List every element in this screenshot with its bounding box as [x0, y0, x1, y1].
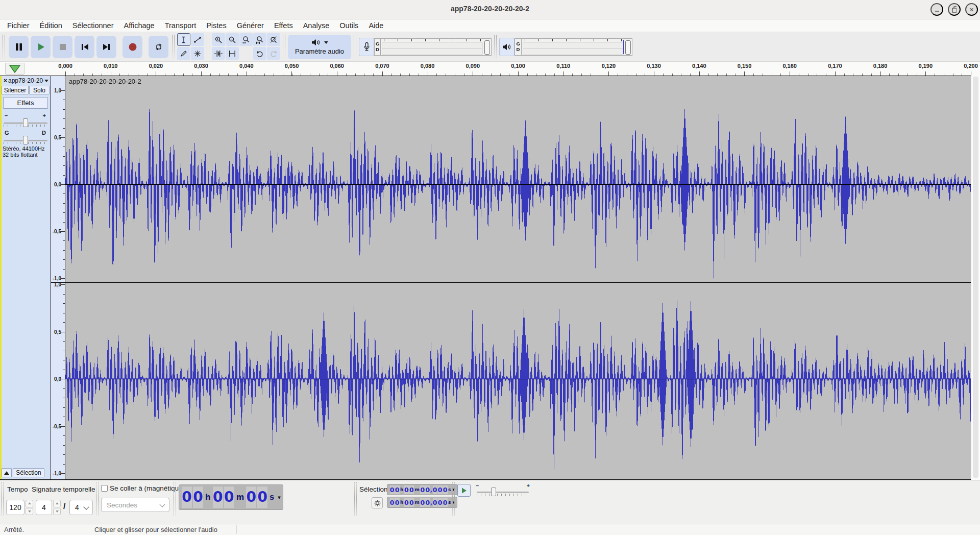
- gain-slider-thumb[interactable]: [23, 118, 28, 127]
- play-speed-slider[interactable]: – +: [475, 482, 531, 499]
- record-meter-button[interactable]: [359, 38, 374, 56]
- loop-button[interactable]: [149, 36, 168, 58]
- play-speed-thumb[interactable]: [491, 488, 496, 496]
- selection-settings-button[interactable]: [372, 497, 383, 508]
- zoom-fit-icon: [256, 36, 264, 44]
- timesig-lower-select[interactable]: 4: [69, 500, 93, 515]
- tempo-spinner[interactable]: [26, 500, 33, 515]
- trim-audio-button[interactable]: [212, 47, 225, 60]
- menu-selectionner[interactable]: Sélectionner: [67, 21, 119, 30]
- record-button[interactable]: [122, 36, 142, 58]
- channel-split-line: [51, 282, 971, 283]
- zoom-out-button[interactable]: [226, 33, 239, 46]
- menu-outils[interactable]: Outils: [334, 21, 363, 30]
- timesig-upper-spinner[interactable]: [53, 500, 61, 515]
- toolbar-grip[interactable]: [3, 35, 5, 59]
- scale-tick: [63, 464, 65, 465]
- dropdown-arrow-icon[interactable]: ▾: [278, 494, 281, 501]
- audio-setup-button[interactable]: Paramètre audio: [288, 35, 351, 59]
- stop-button[interactable]: [53, 36, 72, 58]
- snap-mode-select[interactable]: Secondes: [101, 498, 169, 512]
- toolbar-grip[interactable]: [1, 482, 4, 516]
- audio-setup-label: Paramètre audio: [295, 47, 344, 55]
- menu-aide[interactable]: Aide: [363, 21, 388, 30]
- skip-to-start-button[interactable]: [75, 36, 94, 58]
- loop-region-button[interactable]: [5, 63, 24, 75]
- restore-button[interactable]: [948, 3, 961, 16]
- solo-button[interactable]: Solo: [29, 86, 50, 94]
- undo-button[interactable]: [253, 47, 266, 60]
- play-meter-button[interactable]: [499, 38, 514, 56]
- timeline-label: 0,050: [285, 63, 299, 69]
- silence-audio-button[interactable]: [226, 47, 239, 60]
- play-meter-body[interactable]: -48 -24: [521, 38, 632, 56]
- skip-to-end-button[interactable]: [96, 36, 116, 58]
- scale-tick: [63, 398, 65, 398]
- vertical-scale-ruler[interactable]: -1,0-0,50,00,51,0-1,0-0,50,00,51,0: [51, 76, 65, 480]
- waveform-channel-right[interactable]: [65, 283, 971, 480]
- mute-button[interactable]: Silencer: [2, 86, 29, 94]
- toolbar-grip[interactable]: [452, 482, 455, 516]
- menu-analyse[interactable]: Analyse: [298, 21, 335, 30]
- waveform-area: app78-20-20-20-20-20-2: [65, 76, 971, 480]
- zoom-in-button[interactable]: [212, 33, 225, 46]
- menu-affichage[interactable]: Affichage: [118, 21, 159, 30]
- track-menu-arrow-icon[interactable]: [44, 80, 48, 82]
- vertical-scrollbar-thumb[interactable]: [973, 77, 978, 478]
- time-digit: 0: [193, 487, 203, 508]
- scale-tick: [63, 175, 65, 176]
- collapse-button[interactable]: [2, 468, 12, 477]
- record-meter-body[interactable]: -48 -24: [380, 38, 492, 56]
- vertical-scale-label: 1,0: [54, 88, 61, 93]
- zoom-fit-button[interactable]: [253, 33, 266, 46]
- redo-button[interactable]: [267, 47, 280, 60]
- play-at-speed-button[interactable]: [457, 484, 471, 497]
- snap-checkbox[interactable]: [101, 485, 108, 492]
- pause-button[interactable]: [9, 36, 29, 58]
- toolbar-grip[interactable]: [96, 482, 99, 516]
- track-select-button[interactable]: Sélection: [13, 468, 44, 477]
- selection-start-field[interactable]: 00h00m00,000s▾: [387, 484, 457, 495]
- toolbar-grip[interactable]: [172, 35, 175, 59]
- pan-slider-thumb[interactable]: [23, 136, 28, 144]
- toolbar-grip[interactable]: [494, 35, 497, 59]
- toolbar-grip[interactable]: [354, 35, 356, 59]
- tempo-input[interactable]: 120: [6, 500, 24, 515]
- draw-tool-button[interactable]: [177, 47, 190, 60]
- toolbar-grip[interactable]: [207, 35, 209, 59]
- waveform-channel-left[interactable]: [65, 76, 971, 282]
- menu-fichier[interactable]: Fichier: [2, 21, 35, 30]
- selection-end-field[interactable]: 00h00m00,000s▾: [387, 497, 457, 508]
- track-control-panel[interactable]: × app78-20-20-20 Silencer Solo Effets – …: [0, 76, 51, 480]
- time-digit: 0: [390, 485, 395, 494]
- menu-effets[interactable]: Effets: [269, 21, 298, 30]
- recording-meter[interactable]: G D -48 -24: [359, 37, 492, 57]
- scale-tick: [63, 445, 65, 446]
- menu-edition[interactable]: Édition: [35, 21, 67, 30]
- record-meter-slider-thumb[interactable]: [484, 40, 490, 55]
- play-meter-slider-thumb[interactable]: [625, 40, 631, 55]
- timeline-ruler[interactable]: 0,0000,0100,0200,0300,0400,0500,0600,070…: [0, 62, 980, 76]
- menu-pistes[interactable]: Pistes: [201, 21, 232, 30]
- vertical-scrollbar[interactable]: [971, 76, 980, 480]
- playback-meter[interactable]: G D -48 -24: [499, 37, 632, 57]
- audio-position-display[interactable]: 00h00m00s▾: [179, 484, 283, 510]
- menu-generer[interactable]: Générer: [232, 21, 269, 30]
- timesig-upper-input[interactable]: 4: [36, 500, 52, 515]
- menu-transport[interactable]: Transport: [160, 21, 202, 30]
- time-digit: 0: [390, 498, 395, 507]
- close-button[interactable]: ×: [965, 3, 978, 16]
- selection-tool-button[interactable]: [177, 33, 190, 46]
- envelope-tool-button[interactable]: [191, 33, 204, 46]
- zoom-selection-button[interactable]: [239, 33, 253, 46]
- track-name[interactable]: app78-20-20-20: [8, 77, 44, 84]
- multi-tool-button[interactable]: [191, 47, 204, 60]
- pan-right-label: D: [42, 130, 46, 136]
- toolbar-grip[interactable]: [283, 35, 285, 59]
- effects-button[interactable]: Effets: [3, 97, 48, 109]
- toolbar-grip[interactable]: [354, 482, 357, 516]
- zoom-toggle-button[interactable]: [267, 33, 280, 46]
- minimize-button[interactable]: [930, 3, 943, 16]
- play-button[interactable]: [31, 36, 51, 58]
- toolbar-grip[interactable]: [174, 482, 176, 516]
